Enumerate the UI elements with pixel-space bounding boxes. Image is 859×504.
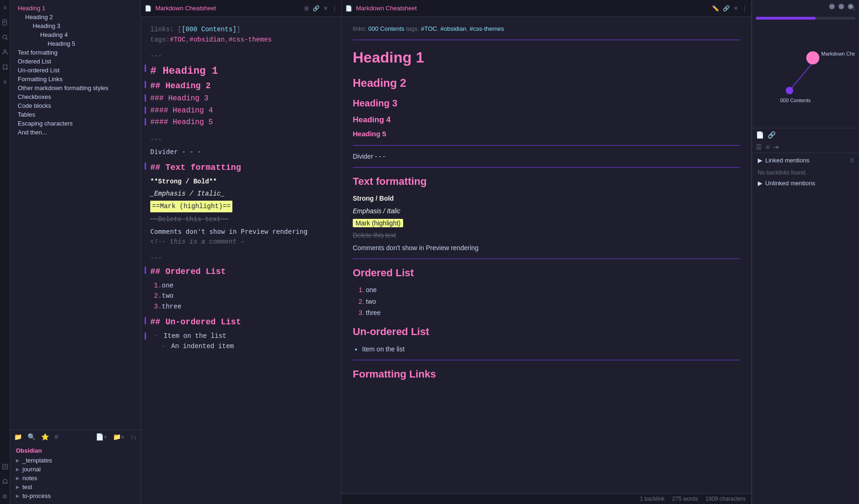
status-words: 275 words (672, 496, 698, 502)
status-bar: 1 backlink 275 words 1909 characters (342, 493, 751, 504)
editor-content[interactable]: links: [[000 Contents]] tags: #TOC, #obs… (141, 17, 341, 504)
close-button[interactable]: ✕ (848, 4, 853, 9)
list-icon[interactable]: ☰ (756, 143, 762, 151)
svg-point-3 (3, 35, 7, 39)
file-icon[interactable] (1, 19, 9, 26)
edit-preview-icon[interactable]: ✏️ (712, 5, 719, 12)
tree-item-checkboxes[interactable]: Checkboxes (10, 92, 140, 101)
vault-section: Obsidian ▶ _templates ▶ journal ▶ notes … (10, 443, 140, 504)
link-editor-icon[interactable]: 🔗 (313, 5, 320, 12)
editor-divider3: --- (150, 251, 332, 265)
close-preview-icon[interactable]: ✕ (733, 5, 738, 12)
preview-pane-header: 📄 Markdown Cheatsheet ✏️ 🔗 ✕ ⋮ (342, 0, 751, 17)
tree-item-other-styles[interactable]: Other markdown formatting styles (10, 84, 140, 92)
editor-italic: _Emphasis / Italic_ (150, 189, 332, 199)
editor-strike: ~~Delete this text~~ (150, 214, 332, 224)
folder-icon[interactable]: 📁 (14, 433, 22, 441)
preview-tag-obsidian[interactable]: #obsidian (440, 25, 467, 32)
window-controls: ─ □ ✕ (824, 0, 859, 13)
preview-divider-2 (353, 167, 740, 168)
tree-item-heading5[interactable]: Heading 5 (10, 39, 140, 48)
tree-item-heading1[interactable]: Heading 1 (10, 4, 140, 13)
linked-mentions-header[interactable]: ▶ Linked mentions 0 (758, 157, 853, 164)
unlinked-mentions-label: Unlinked mentions (765, 180, 815, 187)
graph-svg: Markdown Cheatsheet 000 Contents (752, 25, 855, 119)
right-sidebar-toolbar: 📄 🔗 (752, 128, 859, 141)
linked-mentions-chevron: ▶ (758, 157, 762, 164)
preview-tag-css[interactable]: #css-themes (470, 25, 504, 32)
tag-icon[interactable]: # (1, 78, 9, 86)
vault-folder-notes[interactable]: ▶ notes (16, 474, 135, 483)
tree-item-tables[interactable]: Tables (10, 110, 140, 119)
preview-italic-text: Emphasis / Italic (353, 206, 740, 216)
vault-folder-journal[interactable]: ▶ journal (16, 465, 135, 474)
maximize-button[interactable]: □ (838, 4, 844, 9)
file-tree-content: Heading 1 Heading 2 Heading 3 Heading 4 … (10, 0, 140, 430)
publish-icon[interactable] (1, 463, 9, 470)
list-bullet-icon[interactable]: ≡ (766, 143, 769, 151)
tree-item-heading2[interactable]: Heading 2 (10, 13, 140, 21)
grid-icon[interactable]: ⊞ (304, 5, 309, 12)
settings-icon[interactable]: ⚙ (1, 493, 9, 500)
tree-item-formatting-links[interactable]: Formatting Links (10, 75, 140, 84)
preview-link-000[interactable]: 000 Contents (368, 25, 404, 32)
bookmark-icon[interactable] (1, 63, 9, 71)
file-sidebar-icon[interactable]: 📄 (756, 131, 764, 139)
svg-text:Markdown Cheatsheet: Markdown Cheatsheet (821, 51, 855, 56)
new-file-icon[interactable]: 📄+ (96, 433, 107, 441)
main-area: 📄 Markdown Cheatsheet ⊞ 🔗 ✕ ⋮ links: [[0… (141, 0, 859, 504)
vault-folder-test[interactable]: ▶ test (16, 483, 135, 491)
vault-folder-to-process[interactable]: ▶ to-process (16, 491, 135, 500)
people-icon[interactable] (1, 49, 9, 56)
editor-h2-unordered: ## Un-ordered List (150, 315, 332, 329)
new-folder-icon[interactable]: 📁+ (113, 433, 125, 441)
search-icon[interactable] (1, 34, 9, 41)
list-indent-icon[interactable]: ⇥ (773, 143, 779, 151)
preview-ol-item-2: two (366, 296, 740, 307)
link-sidebar-icon[interactable]: 🔗 (768, 131, 775, 139)
tree-item-escaping[interactable]: Escaping characters (10, 119, 140, 128)
hash-icon[interactable]: # (55, 433, 58, 441)
preview-h4: Heading 4 (353, 113, 740, 126)
linked-mentions-count: 0 (850, 157, 853, 164)
sort-icon[interactable]: ↑↓ (130, 433, 137, 441)
tree-item-and-then[interactable]: And then... (10, 128, 140, 137)
svg-text:000 Contents: 000 Contents (780, 98, 811, 103)
vault-name: Obsidian (16, 447, 135, 454)
editor-h2: ## Heading 2 (150, 79, 332, 93)
preview-h5: Heading 5 (353, 128, 740, 140)
status-backlinks: 1 backlink (640, 496, 664, 502)
preview-tag-toc[interactable]: #TOC (421, 25, 437, 32)
file-tree-toolbar: 📁 🔍 ⭐ # 📄+ 📁+ ↑↓ (10, 430, 140, 443)
tree-item-code-blocks[interactable]: Code blocks (10, 101, 140, 110)
more-preview-icon[interactable]: ⋮ (742, 5, 747, 12)
editor-h4: #### Heading 4 (150, 105, 332, 117)
status-chars: 1909 characters (705, 496, 746, 502)
minimize-button[interactable]: ─ (829, 4, 835, 9)
vault-folder-templates[interactable]: ▶ _templates (16, 456, 135, 465)
editor-tags-line: tags: #TOC, #obsidian, #css-themes (150, 35, 332, 45)
more-editor-icon[interactable]: ⋮ (332, 5, 337, 12)
editor-comment: Comments don't show in Preview rendering… (150, 226, 332, 247)
linked-mentions-label: Linked mentions (765, 157, 810, 164)
link-preview-icon[interactable]: 🔗 (723, 5, 730, 12)
tree-item-text-formatting[interactable]: Text formatting (10, 48, 140, 57)
preview-pane-actions: ✏️ 🔗 ✕ ⋮ (712, 5, 747, 12)
no-backlinks-text: No backlinks found. (752, 168, 859, 178)
tree-item-heading4[interactable]: Heading 4 (10, 30, 140, 39)
editor-ol-1: 1.one (150, 280, 332, 291)
unlinked-mentions-header[interactable]: ▶ Unlinked mentions (752, 178, 859, 189)
editor-h2-text-formatting: ## Text formatting (150, 161, 332, 175)
star-icon[interactable]: ⭐ (41, 433, 49, 441)
preview-unordered-list-title: Un-ordered List (353, 323, 740, 340)
search-toolbar-icon[interactable]: 🔍 (28, 433, 35, 441)
close-editor-icon[interactable]: ✕ (323, 5, 328, 12)
preview-pane: 📄 Markdown Cheatsheet ✏️ 🔗 ✕ ⋮ links: 00… (342, 0, 752, 504)
tree-item-ordered-list[interactable]: Ordered List (10, 57, 140, 66)
linked-mentions-section: ▶ Linked mentions 0 (752, 153, 859, 168)
tree-item-unordered-list[interactable]: Un-ordered List (10, 66, 140, 75)
menu-icon[interactable]: ≡ (1, 4, 9, 11)
preview-h3: Heading 3 (353, 96, 740, 111)
bell-icon[interactable] (1, 478, 9, 485)
tree-item-heading3[interactable]: Heading 3 (10, 21, 140, 30)
